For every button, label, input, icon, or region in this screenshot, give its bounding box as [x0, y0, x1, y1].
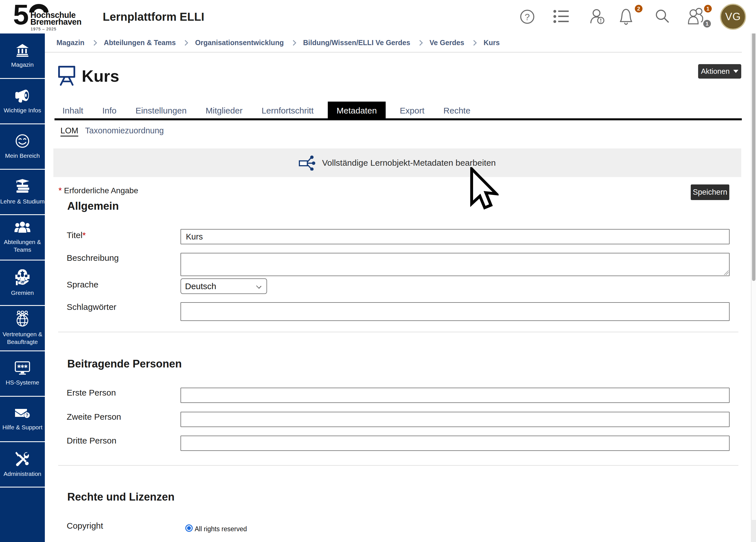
svg-text:?: ? — [26, 413, 28, 418]
svg-text:?: ? — [525, 12, 530, 22]
